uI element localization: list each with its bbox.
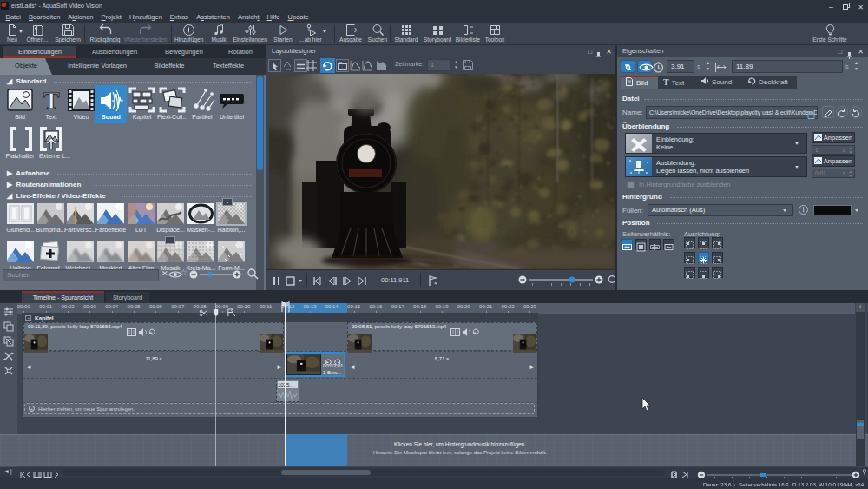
- svg-text:T: T: [43, 87, 60, 113]
